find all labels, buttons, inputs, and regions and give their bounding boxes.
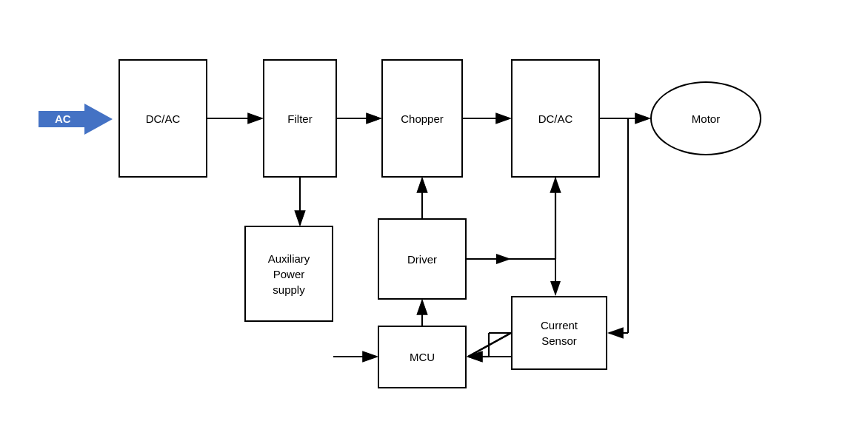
- svg-text:AC: AC: [55, 112, 71, 125]
- block-aux: Auxiliary Power supply: [244, 226, 333, 322]
- block-diagram: AC DC/AC Filter Chopper DC/AC Auxiliary …: [0, 0, 868, 421]
- block-dcac1: DC/AC: [118, 59, 207, 178]
- block-current-sensor: Current Sensor: [511, 296, 607, 370]
- block-motor: Motor: [650, 81, 761, 155]
- block-dcac2-label: DC/AC: [538, 112, 573, 125]
- block-aux-label: Auxiliary Power supply: [268, 251, 310, 297]
- ac-arrow: AC: [39, 104, 113, 134]
- block-filter-label: Filter: [287, 112, 312, 125]
- block-chopper-label: Chopper: [401, 112, 444, 125]
- block-dcac1-label: DC/AC: [146, 112, 181, 125]
- svg-line-24: [468, 333, 511, 357]
- svg-marker-0: [39, 104, 113, 135]
- block-mcu: MCU: [378, 326, 467, 388]
- svg-line-14: [468, 333, 511, 357]
- block-filter: Filter: [263, 59, 337, 178]
- block-motor-label: Motor: [692, 112, 720, 125]
- block-chopper: Chopper: [381, 59, 463, 178]
- block-mcu-label: MCU: [410, 351, 435, 363]
- block-dcac2: DC/AC: [511, 59, 600, 178]
- block-driver-label: Driver: [407, 253, 437, 266]
- block-driver: Driver: [378, 218, 467, 300]
- block-current-sensor-label: Current Sensor: [541, 317, 578, 348]
